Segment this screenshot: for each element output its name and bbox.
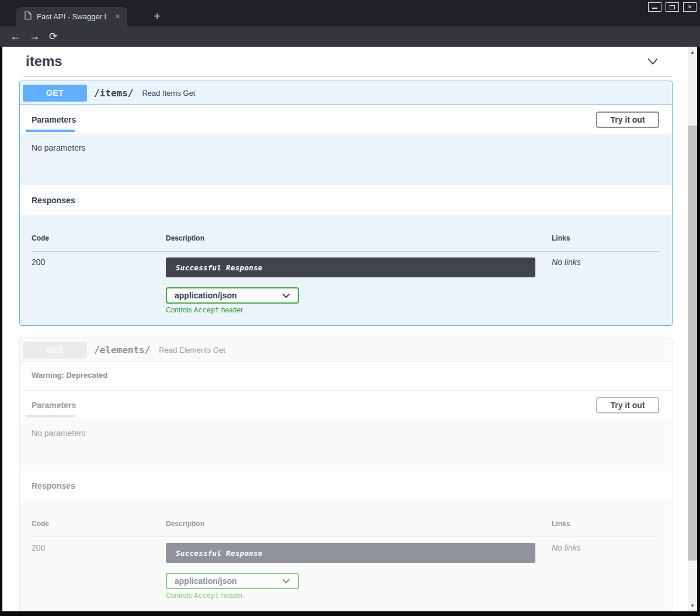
column-links: Links — [552, 520, 660, 528]
minimize-button[interactable] — [648, 2, 661, 12]
no-parameters-text: No parameters — [20, 419, 672, 471]
browser-titlebar: Fast API - Swagger UI ✕ + ✕ — [0, 0, 700, 26]
response-description-cell: Successful Response application/json Con… — [166, 543, 552, 600]
try-it-out-button[interactable]: Try it out — [596, 112, 659, 128]
opblock-summary[interactable]: GET /items/ Read Items Get — [20, 81, 672, 105]
accept-header-note: Controls Accept header. — [166, 306, 552, 314]
column-code: Code — [32, 520, 166, 528]
opblock-summary[interactable]: GET /elements/ Read Elements Get — [20, 338, 672, 362]
window-controls: ✕ — [648, 2, 696, 12]
minimize-icon — [652, 8, 657, 9]
browser-toolbar: ← → ⟳ ⓘ 127.0.0.1:8000/docs ☆ ⋮ — [0, 26, 700, 47]
media-type-value: application/json — [175, 291, 237, 300]
responses-table: Code Description Links 200 Successful Re… — [20, 215, 672, 325]
response-description: Successful Response — [166, 543, 535, 563]
back-icon[interactable]: ← — [8, 26, 23, 47]
chevron-down-icon[interactable] — [646, 53, 659, 70]
method-badge: GET — [23, 85, 87, 102]
responses-table-head: Code Description Links — [32, 512, 660, 537]
opblock-get-items: GET /items/ Read Items Get Parameters Tr… — [19, 81, 673, 326]
endpoint-path: /items/ — [94, 88, 133, 99]
parameters-header: Parameters Try it out — [20, 105, 672, 134]
column-code: Code — [32, 234, 166, 242]
accept-header-note: Controls Accept header. — [166, 591, 552, 600]
response-row: 200 Successful Response application/json… — [32, 537, 660, 600]
column-description: Description — [166, 234, 552, 242]
parameters-tab[interactable]: Parameters — [32, 115, 76, 124]
items-section-header[interactable]: items — [23, 50, 673, 76]
browser-tab[interactable]: Fast API - Swagger UI ✕ — [16, 7, 127, 26]
scrollbar-thumb[interactable] — [688, 126, 697, 561]
deprecated-warning: Warning: Deprecated — [20, 362, 672, 391]
forward-icon[interactable]: → — [27, 26, 42, 47]
responses-header: Responses — [20, 471, 672, 500]
response-code: 200 — [32, 543, 166, 600]
column-description: Description — [166, 520, 552, 528]
column-links: Links — [552, 234, 660, 242]
endpoint-path: /elements/ — [94, 344, 150, 356]
scroll-up-icon[interactable]: ▲ — [688, 48, 697, 56]
media-type-select[interactable]: application/json — [166, 573, 299, 589]
method-badge: GET — [23, 342, 87, 359]
select-chevron-icon — [282, 293, 290, 298]
tab-title: Fast API - Swagger UI — [37, 12, 107, 21]
page-favicon-icon — [25, 11, 32, 22]
tab-close-icon[interactable]: ✕ — [113, 12, 123, 22]
parameters-tab[interactable]: Parameters — [32, 401, 76, 410]
opblock-get-elements-deprecated: GET /elements/ Read Elements Get Warning… — [19, 337, 673, 611]
close-button[interactable]: ✕ — [683, 2, 696, 12]
reload-icon[interactable]: ⟳ — [46, 26, 61, 47]
endpoint-summary: Read Items Get — [142, 89, 195, 98]
response-code: 200 — [32, 257, 166, 314]
response-links: No links — [552, 257, 660, 314]
parameters-header: Parameters Try it out — [20, 391, 672, 419]
response-description-cell: Successful Response application/json Con… — [166, 257, 552, 314]
new-tab-button[interactable]: + — [149, 9, 165, 25]
no-parameters-text: No parameters — [20, 134, 672, 185]
response-description: Successful Response — [166, 257, 535, 277]
maximize-button[interactable] — [666, 2, 679, 12]
response-row: 200 Successful Response application/json… — [32, 252, 660, 314]
media-type-value: application/json — [175, 576, 237, 586]
select-chevron-icon — [282, 579, 290, 584]
section-title[interactable]: items — [26, 53, 62, 69]
responses-table: Code Description Links 200 Successful Re… — [20, 500, 672, 611]
response-links: No links — [552, 543, 660, 600]
scroll-down-icon[interactable]: ▼ — [688, 601, 697, 610]
responses-table-head: Code Description Links — [32, 227, 660, 252]
page-content: items GET /items/ Read Items Get Paramet… — [2, 47, 688, 611]
maximize-icon — [670, 5, 675, 9]
endpoint-summary: Read Elements Get — [159, 346, 225, 354]
media-type-select[interactable]: application/json — [166, 287, 299, 304]
try-it-out-button[interactable]: Try it out — [596, 397, 659, 413]
responses-header: Responses — [20, 185, 672, 215]
vertical-scrollbar[interactable]: ▲ ▼ — [688, 47, 697, 611]
